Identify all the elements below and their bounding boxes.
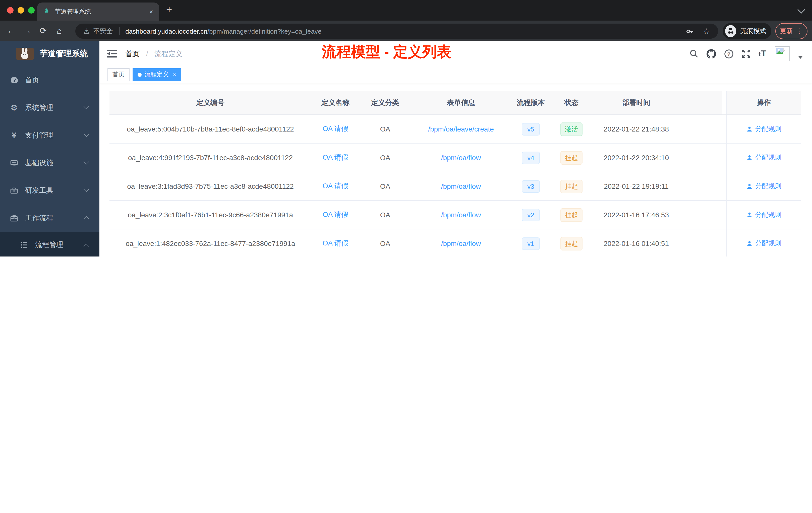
sidebar-item-home[interactable]: 首页 [0,66,99,94]
forward-icon[interactable]: → [20,21,34,41]
help-icon[interactable]: ? [724,49,733,58]
chevron-up-icon [84,216,89,222]
assign-rule-link[interactable]: 分配规则 [746,210,781,219]
breadcrumb: 首页 / 流程定义 [125,50,182,59]
definition-id: oa_leave:3:1fad3d93-7b75-11ec-a3c8-acde4… [110,172,311,200]
version-badge: v4 [522,151,540,164]
definition-category: OA [359,115,411,143]
address-bar[interactable]: ⚠ 不安全 dashboard.yudao.iocoder.cn/bpm/man… [75,24,718,39]
deploy-time: 2022-01-22 19:19:11 [592,172,680,200]
column-filler [680,91,722,115]
tag-label: 首页 [113,70,124,79]
version-badge: v2 [522,209,540,221]
sidebar-item-payment[interactable]: ¥ 支付管理 [0,121,99,149]
new-tab-button[interactable]: + [166,4,172,16]
url-domain: dashboard.yudao.iocoder.cn [125,27,207,35]
definition-id: oa_leave:1:482ec033-762a-11ec-8477-a2380… [110,230,311,256]
sidebar-item-label: 首页 [25,76,39,85]
form-link[interactable]: /bpm/oa/flow [441,182,481,190]
browser-toolbar: ← → ⟳ ⌂ ⚠ 不安全 dashboard.yudao.iocoder.cn… [0,21,812,41]
browser-update-button[interactable]: 更新 ⋮ [775,23,808,39]
tag-process-definition[interactable]: 流程定义 × [133,68,181,81]
page-annotation: 流程模型 - 定义列表 [322,42,452,62]
chevron-down-icon [84,186,89,192]
zoom-window-button[interactable] [28,7,35,13]
definition-name-link[interactable]: OA 请假 [323,210,348,219]
minimize-window-button[interactable] [18,7,24,13]
workflow-submenu: 流程管理 流程表单 用户分组 [0,232,99,256]
status-badge: 挂起 [560,208,582,221]
yen-icon: ¥ [9,131,19,140]
definition-name-link[interactable]: OA 请假 [323,182,348,191]
form-link[interactable]: /bpm/oa/leave/create [428,125,494,133]
home-icon[interactable]: ⌂ [52,21,66,41]
definition-category: OA [359,230,411,256]
avatar[interactable] [775,46,790,61]
sidebar-item-label: 基础设施 [25,158,53,168]
assign-rule-link[interactable]: 分配规则 [746,239,781,248]
status-badge: 挂起 [560,237,582,250]
back-icon[interactable]: ← [4,21,18,41]
form-link[interactable]: /bpm/oa/flow [441,154,481,162]
reload-icon[interactable]: ⟳ [36,21,50,41]
incognito-badge: 无痕模式 [723,23,771,39]
deploy-time: 2022-01-22 21:48:38 [592,115,680,143]
tab-title: 芋道管理系统 [55,7,149,16]
logo-avatar [16,48,34,60]
assign-rule-link[interactable]: 分配规则 [746,153,781,162]
sidebar-item-process-management[interactable]: 流程管理 [0,232,99,256]
tab-search-chevron-icon[interactable] [797,6,805,13]
tag-home[interactable]: 首页 [108,68,129,81]
avatar-caret-icon[interactable] [798,56,803,59]
definition-name-link[interactable]: OA 请假 [323,124,348,133]
deploy-time: 2022-01-22 20:34:10 [592,144,680,172]
briefcase-icon [9,214,19,222]
chevron-down-icon [84,131,89,137]
table-header-row: 定义编号 定义名称 定义分类 表单信息 流程版本 状态 部署时间 操作 [110,91,801,115]
browser-menu-dots-icon[interactable]: ⋮ [796,29,803,34]
table-row: oa_leave:1:482ec033-762a-11ec-8477-a2380… [110,230,801,256]
column-header: 流程版本 [511,91,550,115]
search-icon[interactable] [689,49,698,58]
definition-id: oa_leave:5:004b710b-7b8a-11ec-8ef0-acde4… [110,115,311,143]
user-icon [746,212,753,218]
tag-close-icon[interactable]: × [173,71,176,78]
form-link[interactable]: /bpm/oa/flow [441,211,481,219]
assign-rule-label: 分配规则 [755,182,781,191]
chevron-down-icon [84,104,89,110]
definition-name-link[interactable]: OA 请假 [323,239,348,248]
definition-name-link[interactable]: OA 请假 [323,153,348,162]
update-label: 更新 [780,27,793,36]
assign-rule-label: 分配规则 [755,124,781,133]
bookmark-star-icon[interactable]: ☆ [703,26,710,36]
url-separator [119,27,119,35]
sidebar-item-label: 工作流程 [25,214,53,222]
key-icon[interactable] [685,27,694,35]
security-warning-icon[interactable]: ⚠ [83,27,90,35]
sidebar-item-workflow[interactable]: 工作流程 [0,204,99,232]
sidebar-item-label: 研发工具 [25,186,53,195]
close-window-button[interactable] [7,7,13,13]
sidebar-item-system[interactable]: ⚙ 系统管理 [0,94,99,121]
table-row: oa_leave:5:004b710b-7b8a-11ec-8ef0-acde4… [110,115,801,144]
definition-table: 定义编号 定义名称 定义分类 表单信息 流程版本 状态 部署时间 操作 oa_l… [110,91,801,256]
github-icon[interactable] [706,49,716,58]
breadcrumb-home-link[interactable]: 首页 [125,50,140,58]
form-link[interactable]: /bpm/oa/flow [441,239,481,247]
sidebar-collapse-icon[interactable] [107,49,117,58]
browser-tab[interactable]: 芋道管理系统 × [37,2,159,21]
tab-close-icon[interactable]: × [149,8,153,15]
assign-rule-link[interactable]: 分配规则 [746,182,781,191]
sidebar-item-infrastructure[interactable]: 基础设施 [0,149,99,177]
sidebar-menu: 首页 ⚙ 系统管理 ¥ 支付管理 基础设施 [0,66,99,256]
main-area: 首页 / 流程定义 流程模型 - 定义列表 ? tT [99,41,812,256]
chevron-down-icon [84,159,89,164]
tab-strip: 芋道管理系统 × + [0,0,812,21]
sidebar-item-devtools[interactable]: 研发工具 [0,177,99,204]
fullscreen-icon[interactable] [742,49,751,58]
breadcrumb-current: 流程定义 [154,50,182,58]
font-size-icon[interactable]: tT [758,49,767,59]
assign-rule-link[interactable]: 分配规则 [746,124,781,133]
dashboard-icon [9,76,19,85]
favicon-leaf-icon [43,8,50,15]
